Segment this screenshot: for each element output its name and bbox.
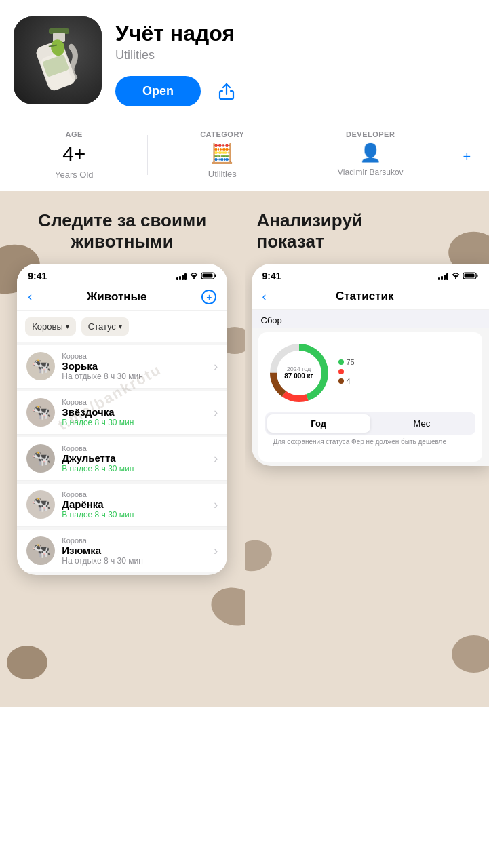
phone-nav-2: ‹ Статистик — [252, 284, 490, 310]
stats-tabs: Год Мес — [265, 412, 476, 435]
animal-info: Корова Зорька На отдыхе 8 ч 30 мин — [62, 352, 207, 381]
age-value: 4+ — [62, 142, 85, 165]
wifi-icon-2 — [451, 273, 461, 279]
meta-category[interactable]: CATEGORY 🧮 Utilities — [148, 130, 296, 180]
tab-year[interactable]: Год — [267, 414, 370, 433]
animal-type: Корова — [62, 352, 207, 360]
meta-extra: + — [444, 130, 489, 180]
arrow-icon: › — [214, 452, 218, 466]
battery-icon — [201, 272, 216, 279]
animal-type: Корова — [62, 536, 207, 545]
meta-developer[interactable]: DEVELOPER 👤 Vladimir Barsukov — [296, 130, 444, 180]
avatar: 🐄 — [26, 444, 55, 473]
avatar: 🐄 — [26, 490, 55, 519]
screenshot1-headline: Следите за своими животными — [0, 191, 245, 263]
category-value: Utilities — [208, 169, 237, 179]
person-icon: 👤 — [359, 142, 381, 163]
meta-strip: AGE 4+ Years Old CATEGORY 🧮 Utilities DE… — [0, 119, 489, 191]
list-item: 🐄 Корова Джульетта В надое 8 ч 30 мин › — [17, 437, 227, 481]
phone-mockup-1: 9:41 — [17, 264, 227, 575]
app-info: Учёт надоя Utilities Open — [115, 16, 475, 106]
animal-name: Джульетта — [62, 452, 207, 464]
chart-label-row: Сбор — — [252, 310, 490, 328]
animal-info: Корова Изюмка На отдыхе 8 ч 30 мин — [62, 536, 207, 566]
screenshot-1: t.me/bankrotu Следите за своими животным… — [0, 191, 245, 707]
animal-name: Изюмка — [62, 545, 207, 556]
svg-rect-10 — [203, 274, 213, 278]
animal-status: На отдыхе 8 ч 30 мин — [62, 556, 207, 566]
animal-name: Дарёнка — [62, 498, 207, 510]
svg-point-7 — [193, 277, 195, 279]
signal-icon — [176, 272, 187, 280]
avatar: 🐄 — [26, 536, 55, 565]
avatar: 🐄 — [26, 352, 55, 380]
chart-second-label: — — [286, 315, 295, 326]
chevron-down-icon: ▾ — [66, 323, 69, 330]
app-actions: Open — [115, 76, 475, 106]
filter-cows: Коровы ▾ — [25, 317, 76, 336]
category-label: CATEGORY — [200, 130, 244, 138]
filter-row: Коровы ▾ Статус ▾ — [17, 311, 227, 342]
chart-center-year: 2024 год — [284, 365, 313, 372]
arrow-icon: › — [214, 406, 218, 420]
status-time-2: 9:41 — [262, 271, 281, 281]
open-button[interactable]: Open — [115, 76, 201, 106]
animal-status: В надое 8 ч 30 мин — [62, 418, 207, 427]
arrow-icon: › — [214, 498, 218, 512]
animal-info: Корова Джульетта В надое 8 ч 30 мин — [62, 444, 207, 473]
meta-age: AGE 4+ Years Old — [0, 130, 148, 180]
tab-month[interactable]: Мес — [370, 414, 473, 433]
phone-nav-1: ‹ Животные + — [17, 284, 227, 311]
avatar: 🐄 — [26, 398, 55, 427]
age-label: AGE — [66, 130, 83, 138]
animal-type: Корова — [62, 490, 207, 498]
animal-name: Звёздочка — [62, 406, 207, 418]
screenshots-section: t.me/bankrotu Следите за своими животным… — [0, 191, 489, 707]
app-icon — [14, 16, 102, 104]
age-sublabel: Years Old — [55, 170, 94, 180]
nav-title-1: Животные — [87, 290, 147, 304]
stats-note: Для сохранения статуса Фер не должен быт… — [265, 435, 476, 455]
add-icon: + — [201, 290, 216, 304]
back-arrow-2: ‹ — [262, 290, 267, 304]
list-item: 🐄 Корова Звёздочка В надое 8 ч 30 мин › — [17, 391, 227, 435]
arrow-icon: › — [214, 359, 218, 374]
svg-rect-13 — [477, 275, 478, 277]
animal-name: Зорька — [62, 360, 207, 372]
list-item: 🐄 Корова Зорька На отдыхе 8 ч 30 мин › — [17, 345, 227, 389]
back-arrow-1: ‹ — [28, 290, 32, 304]
arrow-icon: › — [214, 544, 218, 558]
animal-status: В надое 8 ч 30 мин — [62, 464, 207, 473]
chart-legend: 75 4 — [338, 358, 476, 388]
svg-point-11 — [455, 277, 456, 279]
wifi-icon — [189, 273, 199, 279]
calculator-icon: 🧮 — [210, 142, 234, 165]
donut-chart: 2024 год 87 000 кг — [265, 339, 333, 407]
stats-card: 2024 год 87 000 кг 75 — [258, 332, 483, 462]
legend-item-green: 75 — [338, 358, 476, 366]
screenshots-row: t.me/bankrotu Следите за своими животным… — [0, 191, 489, 707]
share-button[interactable] — [214, 79, 239, 104]
animal-status: На отдыхе 8 ч 30 мин — [62, 372, 207, 381]
animal-info: Корова Дарёнка В надое 8 ч 30 мин — [62, 490, 207, 519]
animal-info: Корова Звёздочка В надое 8 ч 30 мин — [62, 398, 207, 427]
app-title: Учёт надоя — [115, 22, 475, 45]
chevron-down-icon-2: ▾ — [119, 323, 122, 330]
signal-icon-2 — [438, 272, 448, 280]
chart-center-value: 87 000 кг — [284, 372, 313, 380]
chart-label: Сбор — [261, 315, 282, 326]
list-item: 🐄 Корова Изюмка На отдыхе 8 ч 30 мин › — [17, 530, 227, 572]
filter-status: Статус ▾ — [81, 317, 129, 336]
svg-rect-14 — [465, 274, 475, 278]
list-item: 🐄 Корова Дарёнка В надое 8 ч 30 мин › — [17, 484, 227, 527]
screenshot-2: Анализируй показат 9:41 — [245, 191, 490, 707]
animal-type: Корова — [62, 398, 207, 406]
animal-type: Корова — [62, 444, 207, 452]
battery-icon-2 — [463, 272, 478, 279]
legend-item-red — [338, 369, 476, 374]
animal-list: 🐄 Корова Зорька На отдыхе 8 ч 30 мин › 🐄… — [17, 345, 227, 572]
legend-item-brown: 4 — [338, 377, 476, 385]
developer-value: Vladimir Barsukov — [338, 167, 404, 177]
nav-title-2: Статистик — [336, 290, 394, 303]
app-header: Учёт надоя Utilities Open — [0, 0, 489, 119]
